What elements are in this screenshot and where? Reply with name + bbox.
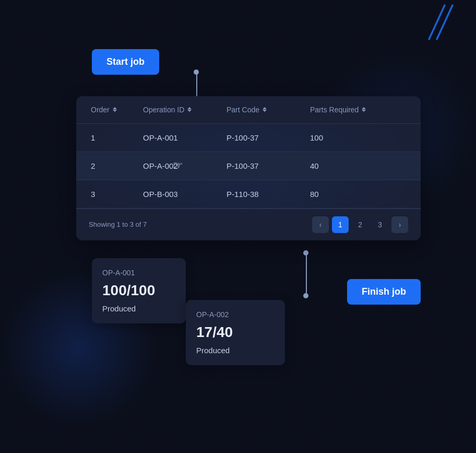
cell-operation-id-2: OP-A-002 xyxy=(139,152,222,180)
sort-icon-parts-required xyxy=(362,107,366,112)
main-container: Start job Order Operation ID Pa xyxy=(24,20,452,433)
pagination-prev[interactable]: ‹ xyxy=(312,216,329,233)
pagination: ‹ 1 2 3 › xyxy=(312,216,408,233)
job-card-2: OP-A-002 17/40 Produced xyxy=(186,300,285,365)
table-header-row: Order Operation ID Part Code xyxy=(76,96,421,124)
pagination-page-2[interactable]: 2 xyxy=(352,216,368,233)
connector-dot-finish-top xyxy=(303,293,308,298)
cell-order-1: 1 xyxy=(87,124,139,152)
job-card-2-label: Produced xyxy=(196,346,275,355)
table-row[interactable]: 1 OP-A-001 P-100-37 100 xyxy=(76,124,421,152)
connector-line-table-finish xyxy=(306,253,307,295)
cell-parts-required-3: 80 xyxy=(306,180,389,208)
pagination-page-1[interactable]: 1 xyxy=(332,216,349,233)
showing-text: Showing 1 to 3 of 7 xyxy=(89,220,147,228)
sort-icon-part-code xyxy=(263,107,267,112)
job-card-1-label: Produced xyxy=(102,304,175,313)
job-card-2-op-id: OP-A-002 xyxy=(196,310,275,319)
header-parts-required[interactable]: Parts Required xyxy=(306,96,389,123)
job-card-2-count: 17/40 xyxy=(196,324,275,341)
job-card-1: OP-A-001 100/100 Produced xyxy=(92,258,186,323)
cell-part-code-1: P-100-37 xyxy=(222,124,306,152)
header-order[interactable]: Order xyxy=(87,96,139,123)
header-part-code[interactable]: Part Code xyxy=(222,96,306,123)
job-card-1-op-id: OP-A-001 xyxy=(102,269,175,277)
table-row[interactable]: 2 OP-A-002 P-100-37 40 ☞ xyxy=(76,152,421,180)
cell-part-code-3: P-110-38 xyxy=(222,180,306,208)
cell-parts-required-2: 40 xyxy=(306,152,389,180)
cell-parts-required-1: 100 xyxy=(306,124,389,152)
cell-order-3: 3 xyxy=(87,180,139,208)
pagination-next[interactable]: › xyxy=(391,216,408,233)
cell-operation-id-1: OP-A-001 xyxy=(139,124,222,152)
sort-icon-order xyxy=(113,107,117,112)
cell-part-code-2: P-100-37 xyxy=(222,152,306,180)
table-row[interactable]: 3 OP-B-003 P-110-38 80 xyxy=(76,180,421,208)
pagination-page-3[interactable]: 3 xyxy=(372,216,388,233)
connector-dot-table-bottom xyxy=(303,250,308,255)
finish-job-button[interactable]: Finish job xyxy=(347,279,421,305)
sort-icon-operation-id xyxy=(187,107,192,112)
cell-order-2: 2 xyxy=(87,152,139,180)
cell-operation-id-3: OP-B-003 xyxy=(139,180,222,208)
connector-dot-start-top xyxy=(194,69,199,75)
header-operation-id[interactable]: Operation ID xyxy=(139,96,222,123)
job-card-1-count: 100/100 xyxy=(102,282,175,299)
start-job-button[interactable]: Start job xyxy=(92,49,159,75)
table-card: Order Operation ID Part Code xyxy=(76,96,421,240)
table-footer: Showing 1 to 3 of 7 ‹ 1 2 3 › xyxy=(76,208,421,240)
